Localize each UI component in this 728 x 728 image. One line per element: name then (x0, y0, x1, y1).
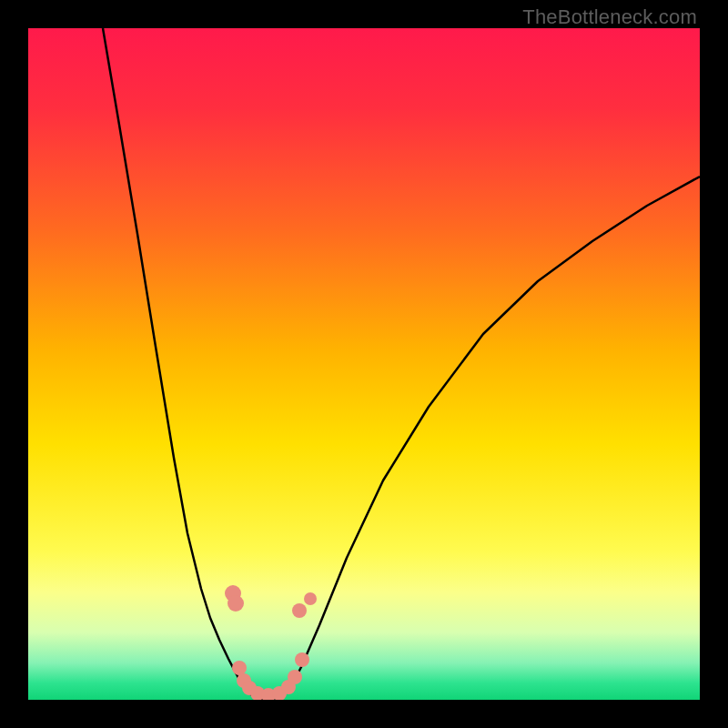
benchmark-dot (232, 661, 247, 675)
benchmark-dot (304, 592, 317, 605)
gradient-background (28, 28, 700, 700)
benchmark-dot (228, 595, 244, 612)
benchmark-dot (292, 603, 307, 618)
watermark-text: TheBottleneck.com (522, 5, 697, 29)
chart-frame (28, 28, 700, 700)
benchmark-dot (295, 652, 309, 667)
benchmark-dot (288, 670, 302, 684)
bottleneck-chart (28, 28, 700, 700)
